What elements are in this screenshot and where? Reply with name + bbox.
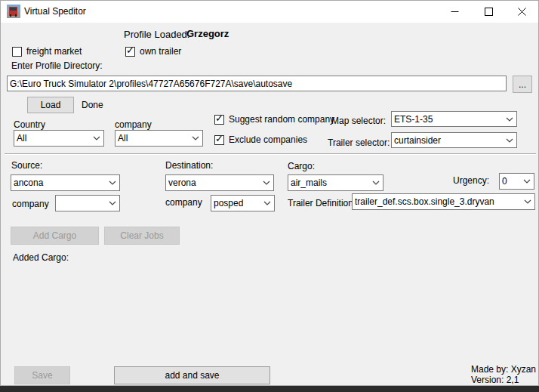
cargo-value: air_mails — [291, 177, 370, 188]
bottom-dark-strip — [0, 386, 539, 392]
source-company-combobox[interactable] — [55, 195, 120, 211]
browse-button[interactable]: ... — [513, 76, 532, 93]
chevron-down-icon — [524, 199, 531, 204]
source-label: Source: — [11, 160, 42, 171]
chevron-down-icon — [263, 181, 270, 185]
made-by-text: Made by: Xyzan — [471, 364, 536, 375]
map-selector-combobox[interactable]: ETS-1-35 — [391, 111, 517, 127]
urgency-label: Urgency: — [453, 175, 489, 186]
version-text: Version: 2,1 — [471, 375, 536, 385]
clear-jobs-button[interactable]: Clear Jobs — [104, 227, 180, 245]
country-combobox[interactable]: All — [14, 130, 104, 147]
filter-company-label: company — [115, 119, 152, 130]
add-cargo-button[interactable]: Add Cargo — [11, 227, 99, 245]
truck-app-icon — [7, 5, 20, 18]
checkbox-box — [12, 47, 22, 57]
filter-company-value: All — [118, 133, 189, 144]
freight-market-checkbox[interactable]: freight market — [12, 46, 82, 57]
chevron-down-icon — [263, 201, 271, 205]
profile-directory-label: Enter Profile Directory: — [11, 60, 103, 71]
profile-loaded-label: Profile Loaded: — [124, 29, 189, 40]
minimize-icon — [451, 8, 459, 16]
map-selector-label: Map selector: — [331, 116, 386, 126]
load-button-label: Load — [41, 100, 61, 110]
cargo-label: Cargo: — [288, 161, 315, 171]
section-separator — [5, 153, 536, 155]
maximize-button[interactable] — [472, 1, 506, 23]
screen: Virtual Speditor Profile Loaded: Grzegor… — [0, 0, 539, 392]
clear-jobs-button-label: Clear Jobs — [120, 230, 163, 241]
chevron-down-icon — [372, 181, 380, 185]
checkbox-box — [214, 135, 224, 145]
chevron-down-icon — [109, 181, 116, 185]
source-value: ancona — [14, 177, 106, 188]
chevron-down-icon — [93, 136, 100, 140]
virtual-speditor-window: Virtual Speditor Profile Loaded: Grzegor… — [0, 0, 539, 386]
destination-company-label: company — [165, 197, 202, 208]
cargo-combobox[interactable]: air_mails — [288, 174, 383, 191]
exclude-companies-checkbox[interactable]: Exclude companies — [214, 134, 307, 145]
destination-company-combobox[interactable]: posped — [211, 195, 275, 211]
checkbox-box — [214, 115, 224, 125]
source-company-label: company — [12, 199, 49, 209]
load-button[interactable]: Load — [27, 97, 74, 113]
destination-value: verona — [168, 177, 260, 188]
suggest-random-company-label: Suggest random company — [229, 114, 334, 125]
trailer-definition-value: trailer_def.scs.box.single_3.dryvan — [355, 196, 522, 207]
urgency-value: 0 — [502, 176, 521, 187]
add-and-save-button-label: add and save — [165, 370, 219, 381]
browse-button-label: ... — [519, 79, 526, 90]
freight-market-label: freight market — [26, 46, 82, 57]
chevron-down-icon — [192, 136, 199, 140]
map-selector-value: ETS-1-35 — [394, 114, 504, 125]
own-trailer-label: own trailer — [140, 46, 181, 57]
country-value: All — [17, 133, 91, 144]
added-cargo-label: Added Cargo: — [13, 252, 69, 263]
trailer-selector-value: curtainsider — [394, 135, 504, 146]
maximize-icon — [485, 8, 493, 16]
add-cargo-button-label: Add Cargo — [33, 230, 76, 241]
trailer-definition-label: Trailer Definition — [288, 198, 353, 208]
profile-name: Grzegorz — [186, 28, 229, 39]
profile-directory-input[interactable] — [7, 76, 507, 91]
trailer-selector-label: Trailer selector: — [328, 137, 390, 148]
urgency-combobox[interactable]: 0 — [499, 173, 534, 190]
credits: Made by: Xyzan Version: 2,1 — [471, 364, 536, 385]
checkbox-box — [125, 47, 135, 57]
chevron-down-icon — [506, 138, 513, 143]
exclude-companies-label: Exclude companies — [229, 134, 307, 145]
trailer-definition-combobox[interactable]: trailer_def.scs.box.single_3.dryvan — [352, 193, 535, 210]
destination-company-value: posped — [214, 198, 261, 208]
chevron-down-icon — [506, 117, 513, 122]
destination-combobox[interactable]: verona — [165, 174, 274, 191]
add-and-save-button[interactable]: add and save — [114, 366, 270, 384]
country-label: Country — [14, 119, 45, 130]
titlebar: Virtual Speditor — [1, 1, 538, 23]
suggest-random-company-checkbox[interactable]: Suggest random company — [214, 114, 334, 125]
minimize-button[interactable] — [438, 1, 472, 23]
close-icon — [518, 8, 526, 16]
chevron-down-icon — [523, 179, 531, 184]
save-button-label: Save — [32, 370, 52, 381]
close-button[interactable] — [506, 1, 538, 23]
filter-company-combobox[interactable]: All — [115, 130, 203, 147]
chevron-down-icon — [109, 201, 116, 205]
destination-label: Destination: — [165, 160, 213, 171]
window-title: Virtual Speditor — [24, 6, 86, 17]
trailer-selector-combobox[interactable]: curtainsider — [391, 132, 517, 148]
own-trailer-checkbox[interactable]: own trailer — [125, 46, 181, 57]
load-status-text: Done — [82, 100, 103, 110]
source-combobox[interactable]: ancona — [11, 174, 120, 191]
save-button[interactable]: Save — [14, 366, 70, 384]
